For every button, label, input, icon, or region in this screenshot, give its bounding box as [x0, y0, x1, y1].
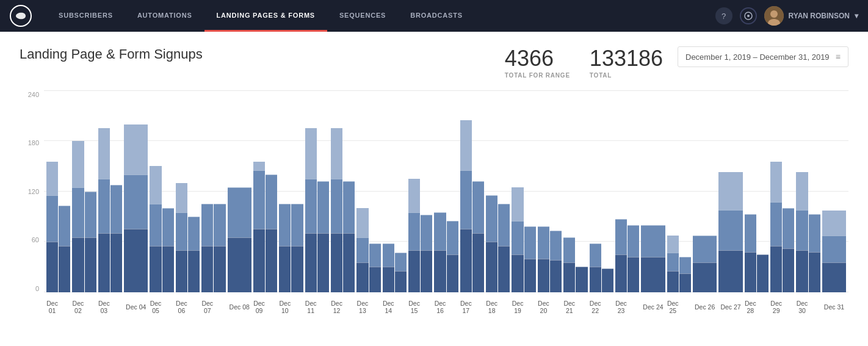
- bar-1-day-14[interactable]: [383, 91, 394, 292]
- bar-1-day-3[interactable]: [98, 91, 110, 292]
- bar-2-day-2[interactable]: [85, 91, 96, 292]
- bar-group-17[interactable]: [460, 91, 484, 292]
- bar-group-25[interactable]: [667, 91, 691, 292]
- bar-1-day-15[interactable]: [408, 91, 420, 292]
- notifications-button[interactable]: [740, 7, 757, 24]
- bar-1-day-6[interactable]: [176, 91, 187, 292]
- bar-2-day-25[interactable]: [679, 91, 691, 292]
- bar-group-23[interactable]: [615, 91, 639, 292]
- bar-2-day-17[interactable]: [472, 91, 484, 292]
- bar-1-day-19[interactable]: [512, 91, 523, 292]
- bar-1-day-30[interactable]: [796, 91, 808, 292]
- bar-group-14[interactable]: [383, 91, 407, 292]
- bar-group-5[interactable]: [150, 91, 173, 292]
- date-range-picker[interactable]: December 1, 2019 – December 31, 2019 ≡: [678, 46, 848, 67]
- nav-automations[interactable]: AUTOMATIONS: [125, 0, 204, 32]
- bar-2-day-21[interactable]: [576, 91, 587, 292]
- bar-group-13[interactable]: [356, 91, 380, 292]
- bar-2-day-22[interactable]: [602, 91, 613, 292]
- bar-2-day-13[interactable]: [369, 91, 381, 292]
- bar-group-31[interactable]: [822, 91, 846, 292]
- bar-2-day-12[interactable]: [343, 91, 355, 292]
- bar-2-day-18[interactable]: [498, 91, 510, 292]
- nav-broadcasts[interactable]: BROADCASTS: [398, 0, 475, 32]
- bar-1-day-8[interactable]: [228, 91, 251, 292]
- bar-group-8[interactable]: [228, 91, 251, 292]
- bar-group-18[interactable]: [486, 91, 510, 292]
- stats-area: 4366 TOTAL FOR RANGE 133186 TOTAL: [505, 46, 663, 79]
- bar-1-day-13[interactable]: [356, 91, 368, 292]
- bar-1-day-18[interactable]: [486, 91, 497, 292]
- bar-1-day-25[interactable]: [667, 91, 679, 292]
- bar-group-15[interactable]: [408, 91, 432, 292]
- bar-group-4[interactable]: [124, 91, 148, 292]
- bar-2-day-19[interactable]: [524, 91, 536, 292]
- bar-1-day-22[interactable]: [590, 91, 601, 292]
- help-button[interactable]: ?: [715, 7, 732, 24]
- bar-group-12[interactable]: [331, 91, 355, 292]
- bar-group-2[interactable]: [72, 91, 96, 292]
- bar-2-day-3[interactable]: [110, 91, 122, 292]
- bar-1-day-28[interactable]: [745, 91, 756, 292]
- bar-1-day-24[interactable]: [641, 91, 665, 292]
- bar-2-day-29[interactable]: [783, 91, 794, 292]
- bar-2-day-14[interactable]: [395, 91, 407, 292]
- bar-2-day-15[interactable]: [421, 91, 432, 292]
- bar-2-day-7[interactable]: [214, 91, 225, 292]
- user-menu[interactable]: RYAN ROBINSON ▾: [764, 6, 858, 26]
- bar-1-day-9[interactable]: [253, 91, 265, 292]
- bar-2-day-28[interactable]: [757, 91, 769, 292]
- bar-group-29[interactable]: [770, 91, 794, 292]
- bar-2-day-5[interactable]: [162, 91, 174, 292]
- bar-group-1[interactable]: [46, 91, 70, 292]
- bar-group-27[interactable]: [718, 91, 742, 292]
- bar-2-day-10[interactable]: [291, 91, 303, 292]
- bar-group-30[interactable]: [796, 91, 820, 292]
- nav-sequences[interactable]: SEQUENCES: [327, 0, 398, 32]
- bar-2-day-1[interactable]: [59, 91, 70, 292]
- bar-2-day-30[interactable]: [809, 91, 820, 292]
- bar-1-day-27[interactable]: [718, 91, 742, 292]
- bar-2-day-20[interactable]: [550, 91, 562, 292]
- bar-1-day-10[interactable]: [279, 91, 291, 292]
- bar-group-21[interactable]: [563, 91, 587, 292]
- bar-group-28[interactable]: [745, 91, 769, 292]
- bar-1-day-2[interactable]: [72, 91, 84, 292]
- bar-group-22[interactable]: [590, 91, 613, 292]
- bar-1-day-20[interactable]: [538, 91, 549, 292]
- bar-1-day-23[interactable]: [615, 91, 627, 292]
- bar-segment-dark: [641, 257, 665, 292]
- bar-1-day-4[interactable]: [124, 91, 148, 292]
- bar-group-10[interactable]: [279, 91, 303, 292]
- bar-1-day-7[interactable]: [201, 91, 213, 292]
- bar-group-11[interactable]: [305, 91, 329, 292]
- bar-group-20[interactable]: [538, 91, 562, 292]
- bar-group-19[interactable]: [512, 91, 535, 292]
- bar-group-7[interactable]: [201, 91, 225, 292]
- bar-group-6[interactable]: [176, 91, 200, 292]
- bar-1-day-12[interactable]: [331, 91, 342, 292]
- bar-1-day-29[interactable]: [770, 91, 782, 292]
- bar-1-day-5[interactable]: [150, 91, 161, 292]
- bar-1-day-17[interactable]: [460, 91, 472, 292]
- bar-group-24[interactable]: [641, 91, 665, 292]
- bar-1-day-26[interactable]: [693, 91, 717, 292]
- bar-group-26[interactable]: [693, 91, 717, 292]
- bar-group-9[interactable]: [253, 91, 277, 292]
- bar-group-16[interactable]: [434, 91, 458, 292]
- bar-1-day-31[interactable]: [822, 91, 846, 292]
- bar-1-day-1[interactable]: [46, 91, 58, 292]
- bar-1-day-21[interactable]: [563, 91, 575, 292]
- bar-1-day-16[interactable]: [434, 91, 446, 292]
- bar-2-day-9[interactable]: [266, 91, 277, 292]
- bar-2-day-23[interactable]: [627, 91, 639, 292]
- bar-group-3[interactable]: [98, 91, 122, 292]
- nav-subscribers[interactable]: SUBSCRIBERS: [46, 0, 125, 32]
- app-logo[interactable]: [10, 5, 32, 27]
- bar-2-day-6[interactable]: [188, 91, 200, 292]
- nav-landing-pages[interactable]: LANDING PAGES & FORMS: [204, 0, 327, 32]
- bar-2-day-11[interactable]: [317, 91, 329, 292]
- bar-segment-mid: [266, 175, 277, 229]
- bar-2-day-16[interactable]: [447, 91, 458, 292]
- bar-1-day-11[interactable]: [305, 91, 317, 292]
